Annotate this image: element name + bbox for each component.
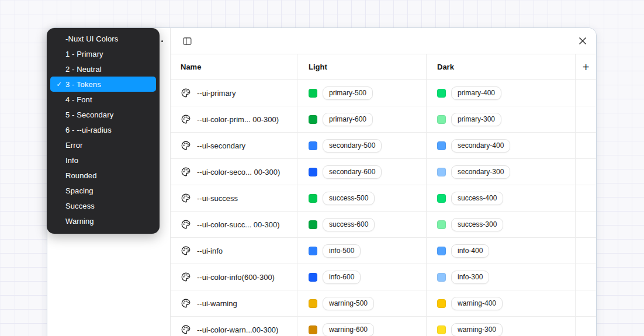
dark-mode-cell: success-400 xyxy=(427,185,576,211)
value-pill[interactable]: secondary-600 xyxy=(323,165,382,179)
menu-item[interactable]: ✓ 2 - Neutral xyxy=(50,61,156,77)
value-pill[interactable]: success-500 xyxy=(323,192,375,205)
variable-name-cell: --ui-secondary xyxy=(171,133,297,158)
value-pill[interactable]: secondary-300 xyxy=(451,165,510,179)
color-swatch[interactable] xyxy=(437,115,446,124)
color-swatch[interactable] xyxy=(309,194,317,203)
table-row[interactable]: --ui-color-seco... 00-300) secondary-600… xyxy=(171,159,596,185)
value-pill[interactable]: success-400 xyxy=(451,192,503,205)
dark-mode-cell: warning-400 xyxy=(427,290,576,316)
color-swatch[interactable] xyxy=(437,325,446,334)
palette-icon xyxy=(181,298,191,309)
variable-name-cell: --ui-color-succ... 00-300) xyxy=(171,212,297,237)
add-variable-button[interactable]: + xyxy=(579,61,593,73)
row-spacer-cell xyxy=(576,106,596,132)
menu-item[interactable]: ✓ 6 - --ui-radius xyxy=(50,122,156,137)
color-swatch[interactable] xyxy=(309,247,317,255)
palette-icon xyxy=(181,272,191,282)
dark-mode-cell: secondary-400 xyxy=(427,133,576,158)
menu-item-label: 4 - Font xyxy=(65,95,92,104)
table-row[interactable]: --ui-warning warning-500 warning-400 xyxy=(171,290,596,317)
table-body: --ui-primary primary-500 primary-400 --u… xyxy=(171,80,596,336)
close-button[interactable] xyxy=(576,34,590,48)
menu-item[interactable]: ✓ Error xyxy=(50,137,156,153)
value-pill[interactable]: warning-300 xyxy=(451,323,503,336)
menu-item[interactable]: ✓ 3 - Tokens xyxy=(50,77,156,92)
table-row[interactable]: --ui-success success-500 success-400 xyxy=(171,185,596,212)
color-swatch[interactable] xyxy=(309,168,317,176)
menu-item[interactable]: ✓ Rounded xyxy=(50,168,156,183)
menu-item[interactable]: ✓ Warning xyxy=(50,213,156,228)
value-pill[interactable]: primary-500 xyxy=(323,86,373,100)
table-row[interactable]: --ui-secondary secondary-500 secondary-4… xyxy=(171,133,596,159)
color-swatch[interactable] xyxy=(309,220,317,229)
color-swatch[interactable] xyxy=(437,273,446,282)
toggle-sidebar-button[interactable] xyxy=(180,34,194,48)
color-swatch[interactable] xyxy=(309,325,317,334)
color-swatch[interactable] xyxy=(309,115,317,124)
value-pill[interactable]: info-600 xyxy=(323,271,361,284)
value-pill[interactable]: success-600 xyxy=(323,218,375,231)
variable-name-cell: --ui-info xyxy=(171,238,297,264)
table-row[interactable]: --ui-color-succ... 00-300) success-600 s… xyxy=(171,212,596,238)
menu-item-label: 3 - Tokens xyxy=(65,80,101,89)
panel-left-icon xyxy=(182,36,193,46)
value-pill[interactable]: primary-600 xyxy=(323,113,373,126)
menu-item[interactable]: ✓ -Nuxt UI Colors xyxy=(50,31,156,46)
color-swatch[interactable] xyxy=(309,141,317,150)
value-pill[interactable]: primary-400 xyxy=(451,86,501,100)
dark-mode-cell: success-300 xyxy=(427,212,576,237)
menu-item[interactable]: ✓ 1 - Primary xyxy=(50,46,156,61)
light-mode-cell: info-600 xyxy=(297,264,427,290)
color-swatch[interactable] xyxy=(309,273,317,282)
panel-toolbar xyxy=(171,28,596,54)
table-row[interactable]: --ui-primary primary-500 primary-400 xyxy=(171,80,596,106)
variable-name: --ui-color-prim... 00-300) xyxy=(197,115,279,124)
variable-name: --ui-color-info(600-300) xyxy=(197,273,275,282)
value-pill[interactable]: info-300 xyxy=(451,271,489,284)
menu-item-label: -Nuxt UI Colors xyxy=(65,34,118,43)
table-row[interactable]: --ui-color-info(600-300) info-600 info-3… xyxy=(171,264,596,290)
value-pill[interactable]: success-300 xyxy=(451,218,503,231)
variable-name-cell: --ui-color-prim... 00-300) xyxy=(171,106,297,132)
palette-icon xyxy=(181,114,191,124)
value-pill[interactable]: primary-300 xyxy=(451,113,501,126)
value-pill[interactable]: secondary-400 xyxy=(451,139,510,153)
dark-mode-cell: primary-400 xyxy=(427,80,576,106)
dark-mode-cell: info-400 xyxy=(427,238,576,264)
value-pill[interactable]: secondary-500 xyxy=(323,139,382,153)
color-swatch[interactable] xyxy=(437,141,446,150)
collection-dropdown-menu: ✓ -Nuxt UI Colors ✓ 1 - Primary ✓ 2 - Ne… xyxy=(47,28,160,234)
table-row[interactable]: --ui-info info-500 info-400 xyxy=(171,238,596,264)
color-swatch[interactable] xyxy=(437,194,446,203)
menu-item[interactable]: ✓ Spacing xyxy=(50,183,156,198)
color-swatch[interactable] xyxy=(437,89,446,98)
color-swatch[interactable] xyxy=(309,299,317,308)
menu-item-label: 5 - Secondary xyxy=(65,110,113,119)
value-pill[interactable]: warning-400 xyxy=(451,297,503,310)
value-pill[interactable]: info-500 xyxy=(323,244,361,258)
color-swatch[interactable] xyxy=(437,247,446,255)
value-pill[interactable]: info-400 xyxy=(451,244,489,258)
menu-item-label: Success xyxy=(65,202,95,210)
table-row[interactable]: --ui-color-prim... 00-300) primary-600 p… xyxy=(171,106,596,133)
table-row[interactable]: --ui-color-warn...00-300) warning-600 wa… xyxy=(171,317,596,336)
color-swatch[interactable] xyxy=(309,89,317,98)
light-mode-cell: warning-600 xyxy=(297,317,427,336)
light-mode-cell: primary-600 xyxy=(297,106,427,132)
menu-item-label: Spacing xyxy=(65,186,94,195)
value-pill[interactable]: warning-500 xyxy=(323,297,374,310)
color-swatch[interactable] xyxy=(437,299,446,308)
value-pill[interactable]: warning-600 xyxy=(323,323,374,336)
menu-item[interactable]: ✓ 4 - Font xyxy=(50,92,156,107)
menu-item[interactable]: ✓ 5 - Secondary xyxy=(50,107,156,122)
color-swatch[interactable] xyxy=(437,168,446,176)
menu-item[interactable]: ✓ Success xyxy=(50,198,156,213)
menu-item[interactable]: ✓ Info xyxy=(50,153,156,168)
palette-icon xyxy=(181,245,191,256)
variable-name-cell: --ui-primary xyxy=(171,80,297,106)
variable-name-cell: --ui-color-info(600-300) xyxy=(171,264,297,290)
palette-icon xyxy=(181,88,191,98)
dark-mode-cell: secondary-300 xyxy=(427,159,576,185)
color-swatch[interactable] xyxy=(437,220,446,229)
